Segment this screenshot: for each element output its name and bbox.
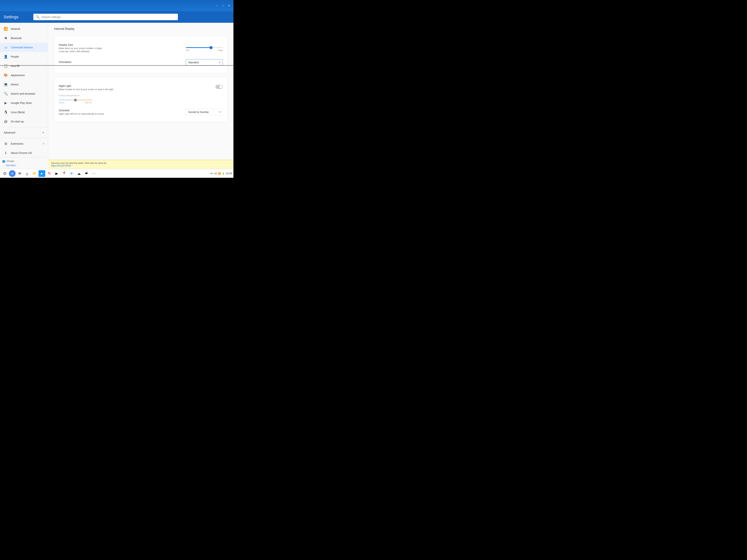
sidebar-item-extensions-label: Extensions [11,142,23,145]
colour-temp-track[interactable] [59,100,92,100]
display-size-slider-fill [186,47,211,48]
close-button[interactable]: ✕ [227,3,231,8]
sidebar: 📶 Network ✱ Bluetooth ▭ Connected device… [0,23,48,178]
sidebar-item-connected-devices[interactable]: ▭ Connected devices [0,43,48,52]
taskbar-prime-video[interactable]: ▶ [38,170,45,177]
orientation-select[interactable]: Standard 90° 180° 270° [186,59,223,65]
display-size-control: Tiny Huge [186,45,223,51]
sidebar-item-google-play-store-label: Google Play Store [11,102,32,104]
taskbar-play-store[interactable]: ▶ [53,170,60,177]
groups-bar: 👥 Groups See More... [0,157,48,169]
devices-icon: ▭ [4,45,8,49]
orientation-info: Orientation [59,60,186,64]
palette-icon: 🎨 [4,73,8,77]
warmer-label: Warmer [85,102,92,104]
sidebar-item-device[interactable]: 💻 Device [0,80,48,89]
sidebar-item-bluetooth[interactable]: ✱ Bluetooth [0,33,48,43]
sidebar-advanced[interactable]: Advanced ▼ [0,129,48,137]
taskbar-battery-icon: 🔋 [222,172,225,175]
taskbar-files[interactable]: 📁 [31,170,38,177]
minimize-button[interactable]: — [215,3,220,8]
settings-window: Settings 🔍 📶 Network ✱ Bluetooth ▭ Conne… [0,11,233,178]
display-size-desc: Make items on your screen smaller or lar… [59,47,186,50]
display-size-row: Display Size Make items on your screen s… [59,41,223,56]
sidebar-item-search-assistant-label: Search and Assistant [11,92,35,95]
taskbar-gmail[interactable]: ✉ [16,170,23,177]
sidebar-item-extensions[interactable]: ⊞ Extensions ↗ [0,139,48,148]
search-bar: 🔍 [33,14,178,20]
display-settings-card: Display Size Make items on your screen s… [54,36,228,73]
settings-body: 📶 Network ✱ Bluetooth ▭ Connected device… [0,23,233,178]
taskbar-google-drive[interactable]: ☁ [76,170,82,177]
sidebar-item-people-label: People [11,55,19,58]
schedule-row: Schedule Night Light will turn on automa… [59,107,223,118]
taskbar-locale: US [214,172,217,175]
sidebar-item-device-label: Device [11,83,19,86]
see-more-link[interactable]: See More... [2,163,46,167]
chevron-down-icon: ▼ [42,131,44,134]
taskbar-chrome[interactable]: G [9,170,16,177]
taskbar-more[interactable]: ⋯ [91,170,97,177]
sidebar-item-people[interactable]: 👤 People [0,52,48,61]
taskbar-launcher[interactable]: ⊙ [1,170,8,177]
taskbar-time: 18:39 [226,172,232,175]
groups-label: Groups [7,160,14,162]
taskbar-pen-icon: ✏ [210,172,213,175]
bluetooth-icon: ✱ [4,36,8,40]
colour-temp-label: Colour temperature [59,94,223,97]
display-size-slider-thumb[interactable] [209,46,212,49]
notification-text: Discover your hot deal this week. Click … [51,162,106,164]
display-size-slider-container: Tiny Huge [186,45,223,51]
temp-labels: Cooler Warmer [59,102,92,104]
schedule-desc: Night Light will turn on automatically a… [59,112,186,115]
taskbar-drive[interactable]: △ [24,170,30,177]
schedule-control: Sunset to Sunrise Never Custom [186,109,223,115]
colour-temp-thumb[interactable] [74,99,77,101]
sidebar-item-network-label: Network [11,27,20,30]
schedule-label: Schedule [59,109,186,112]
sidebar-item-on-startup-label: On start-up [11,120,24,123]
night-light-desc: Make it easier to look at your screen or… [59,88,215,91]
taskbar-netflix[interactable]: N [46,170,53,177]
linux-icon: 🐧 [4,110,8,114]
browser-frame: — □ ✕ [0,0,233,11]
display-size-slider-track[interactable] [186,47,223,48]
sidebar-item-appearance[interactable]: 🎨 Appearance [0,71,48,80]
wifi-icon: 📶 [4,27,8,31]
sidebar-item-autofill[interactable]: 📋 Auto-fill [0,61,48,71]
drag-line [0,65,233,66]
display-size-slider-labels: Tiny Huge [186,49,223,51]
sidebar-item-linux-beta[interactable]: 🐧 Linux (Beta) [0,108,48,117]
sidebar-item-connected-devices-label: Connected devices [11,46,33,49]
night-light-toggle[interactable] [215,85,223,89]
notification-url[interactable]: https://bit.ly/2T4P3i1 [51,164,71,167]
play-store-icon: ▶ [4,101,8,105]
autofill-icon: 📋 [4,64,8,68]
schedule-info: Schedule Night Light will turn on automa… [59,109,186,115]
search-input[interactable] [42,16,175,19]
maximize-button[interactable]: □ [221,3,225,8]
display-size-label: Display Size [59,43,186,46]
window-controls: — □ ✕ [215,3,231,8]
sidebar-item-network[interactable]: 📶 Network [0,24,48,33]
taskbar: ⊙ G ✉ △ 📁 ▶ N ▶ 📍 📧 ☁ ❤ ⋯ ✏ US 📶 🔋 18:39 [0,169,233,178]
sidebar-item-on-startup[interactable]: ⏻ On start-up [0,117,48,126]
laptop-icon: 💻 [4,82,8,86]
settings-header: Settings 🔍 [0,11,233,23]
night-light-label: Night Light [59,84,215,87]
orientation-control: Standard 90° 180° 270° [186,59,223,65]
person-icon: 👤 [4,55,8,59]
sidebar-item-about-chrome-os[interactable]: ℹ About Chrome OS [0,148,48,158]
slider-min-label: Tiny [186,49,189,51]
taskbar-heart[interactable]: ❤ [83,170,90,177]
extension-icon: ⊞ [4,142,8,146]
schedule-select[interactable]: Sunset to Sunrise Never Custom [186,109,223,115]
groups-item: 👥 Groups [2,159,46,163]
taskbar-gmail2[interactable]: 📧 [68,170,75,177]
taskbar-maps[interactable]: 📍 [61,170,68,177]
power-icon: ⏻ [4,119,8,124]
sidebar-item-search-assistant[interactable]: 🔍 Search and Assistant [0,89,48,98]
taskbar-right: ✏ US 📶 🔋 18:39 [210,172,232,175]
section-title: Internal Display [54,27,228,32]
sidebar-item-google-play-store[interactable]: ▶ Google Play Store [0,98,48,108]
